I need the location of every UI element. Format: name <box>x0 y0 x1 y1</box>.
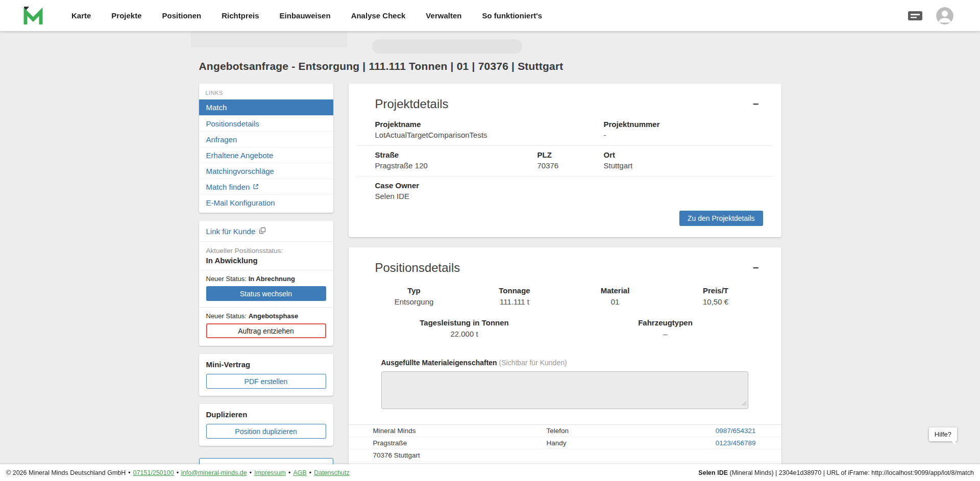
person-icon <box>936 7 953 24</box>
card-reader-icon[interactable] <box>908 10 923 22</box>
material-label-text: Ausgefüllte Materialeigenschaften <box>381 359 497 367</box>
field-value: Selen IDE <box>375 192 537 200</box>
links-heading: LINKS <box>199 89 333 99</box>
material-properties-label: Ausgefüllte Materialeigenschaften (Sicht… <box>381 359 749 367</box>
stat-value: 111.111 t <box>464 297 565 306</box>
new-status-line: Neuer Status: Angebotsphase <box>206 312 326 320</box>
contact-company: Mineral Minds <box>373 426 547 435</box>
footer-datenschutz-link[interactable]: Datenschutz <box>314 469 349 476</box>
sidebar-item-label: Anfragen <box>206 135 237 144</box>
customer-link[interactable]: Link für Kunde <box>206 227 326 241</box>
sidebar-item-label: Match <box>206 103 227 112</box>
contact-phone-link[interactable]: 0987/654321 <box>669 426 756 435</box>
divider <box>199 270 333 270</box>
field-value: - <box>604 131 754 139</box>
stat-label: Tonnage <box>464 286 565 295</box>
stat-label: Typ <box>364 286 464 295</box>
page: Angebotsanfrage - Entsorgung | 111.111 T… <box>0 0 980 481</box>
material-properties-textarea[interactable] <box>381 371 748 409</box>
footer-agb-link[interactable]: AGB <box>293 469 306 476</box>
footer-email-link[interactable]: info@mineral-minds.de <box>181 469 247 476</box>
field-value: Stuttgart <box>604 161 754 170</box>
field-row: Case Owner Selen IDE <box>356 176 774 207</box>
contact-street: Pragstraße <box>373 439 547 447</box>
nav-verwalten[interactable]: Verwalten <box>426 11 461 20</box>
field-label: Projektname <box>375 120 537 129</box>
nav-so-funktionierts[interactable]: So funktioniert's <box>482 11 542 20</box>
stat-label: Preis/T <box>666 286 766 295</box>
stat-fahrzeugtypen: Fahrzeugtypen – <box>565 318 766 338</box>
current-status-label: Aktueller Positionsstatus: <box>206 247 326 255</box>
field-plz: PLZ 70376 <box>537 150 604 170</box>
new-status-prefix: Neuer Status: <box>206 275 247 283</box>
session-user: Selen IDE <box>698 469 728 476</box>
material-properties-section: Ausgefüllte Materialeigenschaften (Sicht… <box>349 359 781 411</box>
navbar-right <box>908 7 953 24</box>
contact-row: Mineral Minds Telefon 0987/654321 <box>349 425 781 437</box>
sidebar: LINKS Match Positionsdetails Anfragen Er… <box>199 84 333 475</box>
top-navbar: Karte Projekte Positionen Richtpreis Ein… <box>0 0 980 31</box>
help-button[interactable]: Hilfe? <box>929 427 957 441</box>
sidebar-item-positionsdetails[interactable]: Positionsdetails <box>199 115 333 131</box>
nav-karte[interactable]: Karte <box>71 11 91 20</box>
status-card: Link für Kunde Aktueller Positionsstatus… <box>199 221 333 346</box>
nav-analyse-check[interactable]: Analyse Check <box>351 11 406 20</box>
create-pdf-button[interactable]: PDF erstellen <box>206 374 326 389</box>
position-details-panel: Positionsdetails − Typ Entsorgung Tonnag… <box>349 247 781 481</box>
position-stats-row: Typ Entsorgung Tonnage 111.111 t Materia… <box>349 275 781 306</box>
sidebar-item-match[interactable]: Match <box>199 99 333 115</box>
divider <box>199 307 333 308</box>
nav-projekte[interactable]: Projekte <box>111 11 141 20</box>
main-content: Projektdetails − Projektname LotActualTa… <box>349 84 781 481</box>
change-status-button[interactable]: Status wechseln <box>206 286 326 301</box>
stat-label: Fahrzeugtypen <box>565 318 766 327</box>
brand-logo[interactable] <box>22 6 43 26</box>
stat-typ: Typ Entsorgung <box>364 286 464 306</box>
field-case-owner: Case Owner Selen IDE <box>375 181 537 200</box>
links-menu-card: LINKS Match Positionsdetails Anfragen Er… <box>199 84 333 213</box>
stat-tonnage: Tonnage 111.111 t <box>464 286 565 306</box>
stat-preis: Preis/T 10,50 € <box>666 286 766 306</box>
contact-row: Pragstraße Handy 0123/456789 <box>349 437 781 449</box>
nav-einbauweisen[interactable]: Einbauweisen <box>280 11 331 20</box>
field-ort: Ort Stuttgart <box>604 150 754 170</box>
divider <box>199 241 333 242</box>
field-label: Projektnummer <box>604 120 754 129</box>
copyright-text: © 2026 Mineral Minds Deutschland GmbH <box>6 469 126 476</box>
duplicate-position-button[interactable]: Position duplizieren <box>206 424 326 439</box>
sidebar-item-matchingvorschlaege[interactable]: Matchingvorschläge <box>199 163 333 179</box>
footer-phone-link[interactable]: 07151/250100 <box>133 469 174 476</box>
collapse-icon[interactable]: − <box>753 99 759 109</box>
sidebar-item-label: Match finden <box>206 183 250 191</box>
footer-impressum-link[interactable]: Impressum <box>254 469 286 476</box>
to-project-details-button[interactable]: Zu den Projektdetails <box>679 211 763 226</box>
footer-separator: • <box>288 469 290 476</box>
nav-richtpreis[interactable]: Richtpreis <box>222 11 259 20</box>
stat-value: 10,50 € <box>666 297 766 306</box>
position-stats-row2: Tagesleistung in Tonnen 22.000 t Fahrzeu… <box>349 306 781 338</box>
new-status-prefix: Neuer Status: <box>206 312 247 320</box>
withdraw-order-button[interactable]: Auftrag entziehen <box>206 323 326 338</box>
contact-mobile-link[interactable]: 0123/456789 <box>669 439 756 447</box>
stat-value: 22.000 t <box>364 330 565 338</box>
stat-value: 01 <box>565 297 666 306</box>
user-avatar[interactable] <box>936 7 953 24</box>
page-title: Angebotsanfrage - Entsorgung | 111.111 T… <box>199 60 781 72</box>
sidebar-item-label: Positionsdetails <box>206 119 259 128</box>
field-value: Pragstraße 120 <box>375 161 537 170</box>
collapse-icon[interactable]: − <box>753 263 759 273</box>
sidebar-item-erhaltene-angebote[interactable]: Erhaltene Angebote <box>199 147 333 163</box>
new-status-line: Neuer Status: In Abrechnung <box>206 275 326 283</box>
field-label: PLZ <box>537 150 604 159</box>
field-row: Projektname LotActualTargetComparisonTes… <box>356 115 774 146</box>
material-label-hint: (Sichtbar für Kunden) <box>499 359 567 367</box>
session-details: (Mineral Minds) | 2304e1d38970 | URL of … <box>728 469 974 476</box>
footer-separator: • <box>250 469 252 476</box>
copy-icon <box>259 227 266 236</box>
sidebar-item-match-finden[interactable]: Match finden <box>199 179 333 194</box>
sidebar-item-anfragen[interactable]: Anfragen <box>199 131 333 147</box>
sidebar-item-email-konfiguration[interactable]: E-Mail Konfiguration <box>199 194 333 210</box>
nav-positionen[interactable]: Positionen <box>162 11 202 20</box>
field-label: Ort <box>604 150 754 159</box>
duplicate-heading: Duplizieren <box>206 410 326 419</box>
